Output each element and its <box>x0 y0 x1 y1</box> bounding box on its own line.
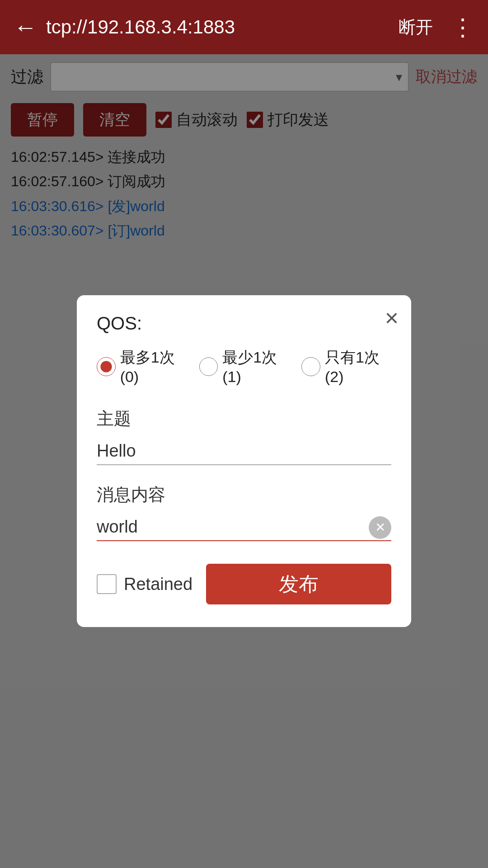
qos-option-1: 最少1次(1) <box>199 347 289 386</box>
retained-label: Retained <box>124 575 192 594</box>
qos-label: QOS: <box>97 313 391 334</box>
retained-item: Retained <box>97 574 192 594</box>
header-bar: ← tcp://192.168.3.4:1883 断开 ⋮ <box>0 0 488 54</box>
message-label: 消息内容 <box>97 483 391 506</box>
qos1-radio[interactable] <box>199 356 218 377</box>
publish-button[interactable]: 发布 <box>206 564 391 604</box>
qos-option-2: 只有1次(2) <box>301 347 391 386</box>
qos-options: 最多1次(0) 最少1次(1) 只有1次(2) <box>97 347 391 386</box>
publish-dialog: × QOS: 最多1次(0) 最少1次(1) 只有1次(2) 主题 <box>77 295 411 627</box>
background-content: 过滤 取消过滤 暂停 清空 自动滚动 打印发送 16:02:57.145> 连接… <box>0 54 488 868</box>
message-clear-button[interactable]: ✕ <box>369 516 391 539</box>
message-input-wrap: ✕ <box>97 514 391 541</box>
message-section: 消息内容 ✕ <box>97 483 391 541</box>
bottom-row: Retained 发布 <box>97 564 391 604</box>
qos1-label: 最少1次(1) <box>222 347 289 386</box>
topic-label: 主题 <box>97 407 391 430</box>
header-title: tcp://192.168.3.4:1883 <box>46 16 389 38</box>
disconnect-button[interactable]: 断开 <box>399 16 433 39</box>
qos-option-0: 最多1次(0) <box>97 347 187 386</box>
retained-checkbox[interactable] <box>97 574 117 594</box>
dialog-close-button[interactable]: × <box>385 306 399 330</box>
back-button[interactable]: ← <box>14 14 37 41</box>
message-input[interactable] <box>97 514 391 541</box>
topic-input[interactable] <box>97 438 391 465</box>
qos2-radio[interactable] <box>301 356 320 377</box>
qos0-radio[interactable] <box>97 356 116 377</box>
more-button[interactable]: ⋮ <box>451 14 474 41</box>
qos2-label: 只有1次(2) <box>325 347 391 386</box>
qos0-label: 最多1次(0) <box>120 347 187 386</box>
dialog-overlay: × QOS: 最多1次(0) 最少1次(1) 只有1次(2) 主题 <box>0 54 488 868</box>
